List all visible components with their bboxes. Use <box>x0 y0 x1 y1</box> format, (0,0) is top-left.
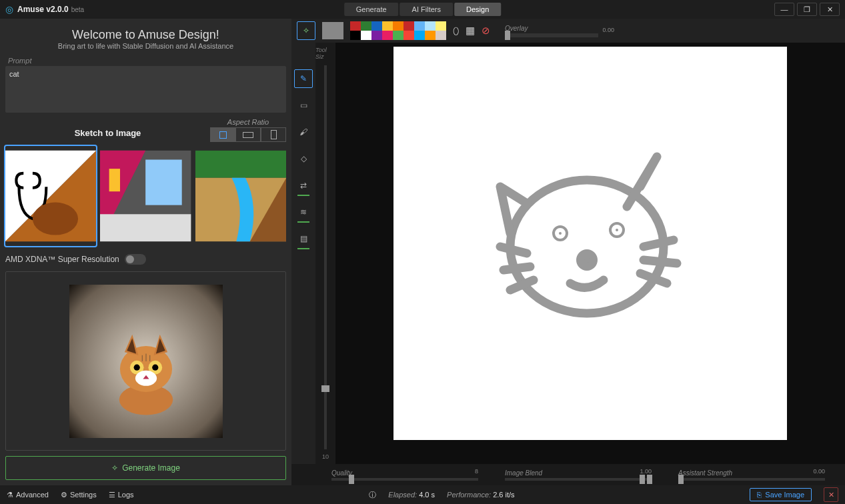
mode-thumb-segment[interactable] <box>100 146 191 246</box>
color-swatch[interactable] <box>350 31 361 40</box>
quality-slider[interactable] <box>331 478 478 481</box>
wand-icon: ✧ <box>111 463 118 473</box>
svg-line-30 <box>500 247 527 253</box>
aspect-square-button[interactable] <box>210 127 235 142</box>
app-logo-icon: ◎ <box>5 4 13 15</box>
advanced-link[interactable]: ⚗Advanced <box>7 491 49 499</box>
tool-size-column: Tool Siz 10 <box>315 43 335 464</box>
color-swatch[interactable] <box>361 31 371 40</box>
color-swatch[interactable] <box>403 31 414 40</box>
color-swatch[interactable] <box>382 31 393 40</box>
canvas-toolbar: ✧ ⬯ ▦ ⊘ Overlay 0.00 <box>291 19 845 43</box>
tool-column: ✎ ▭ 🖌 ◇ ⇄ ≋ ▤ <box>291 43 315 464</box>
svg-rect-5 <box>109 169 120 191</box>
svg-point-29 <box>583 256 591 264</box>
svg-point-27 <box>559 232 562 235</box>
save-icon: ⎘ <box>757 491 762 499</box>
color-swatch[interactable] <box>414 31 425 40</box>
assist-value: 0.00 <box>813 468 825 475</box>
assist-slider[interactable] <box>678 478 825 481</box>
svg-rect-8 <box>195 151 286 178</box>
current-color-swatch[interactable] <box>322 22 343 39</box>
blend-slider[interactable] <box>505 478 652 481</box>
shuffle-tool[interactable]: ⇄ <box>294 176 313 195</box>
clear-icon[interactable]: ⊘ <box>482 25 490 37</box>
delete-button[interactable]: ✕ <box>824 487 838 502</box>
mode-thumb-landscape[interactable] <box>195 146 286 246</box>
tab-design[interactable]: Design <box>454 3 501 16</box>
color-swatch[interactable] <box>436 31 446 40</box>
right-panel: ✧ ⬯ ▦ ⊘ Overlay 0.00 ✎ ▭ <box>291 19 845 485</box>
color-swatch[interactable] <box>425 21 436 31</box>
drawing-canvas[interactable] <box>393 47 787 440</box>
brush-tool[interactable]: 🖌 <box>294 123 313 141</box>
color-swatch[interactable] <box>393 21 403 31</box>
tab-generate[interactable]: Generate <box>344 3 399 16</box>
color-swatch[interactable] <box>371 21 382 31</box>
settings-link[interactable]: ⚙Settings <box>61 491 97 499</box>
overlay-slider[interactable]: 0.00 <box>505 33 598 37</box>
svg-point-21 <box>152 364 158 370</box>
maximize-button[interactable]: ❐ <box>797 3 817 16</box>
layers-tool[interactable]: ▤ <box>294 229 313 248</box>
color-swatch[interactable] <box>425 31 436 40</box>
tab-ai-filters[interactable]: AI Filters <box>400 3 453 16</box>
svg-rect-7 <box>100 214 191 241</box>
generate-button[interactable]: ✧ Generate Image <box>5 456 286 480</box>
aspect-landscape-button[interactable] <box>235 127 261 142</box>
blend-value: 1.00 <box>640 468 652 475</box>
welcome-sub: Bring art to life with Stable Diffusion … <box>5 42 286 50</box>
svg-point-28 <box>616 229 618 231</box>
overlay-label: Overlay <box>505 25 598 32</box>
color-swatch[interactable] <box>371 31 382 40</box>
color-swatch[interactable] <box>350 21 361 31</box>
fill-icon[interactable]: ⬯ <box>453 25 459 37</box>
svg-line-31 <box>504 267 530 270</box>
enhance-tool[interactable]: ≋ <box>294 203 313 221</box>
svg-line-35 <box>640 273 667 283</box>
pencil-tool[interactable]: ✎ <box>294 69 313 88</box>
aspect-ratio-label: Aspect Ratio <box>227 118 269 126</box>
color-swatch[interactable] <box>436 21 446 31</box>
svg-line-34 <box>644 260 677 263</box>
color-swatch[interactable] <box>403 21 414 31</box>
tool-size-slider[interactable] <box>324 65 327 449</box>
assist-label: Assistant Strength <box>678 469 825 477</box>
bottom-sliders: Quality 8 Image Blend 1.00 Assistant Str… <box>291 464 845 485</box>
welcome-heading: Welcome to Amuse Design! <box>5 28 286 42</box>
fill-tool[interactable]: ▭ <box>294 96 313 115</box>
info-icon[interactable]: ⓘ <box>369 490 376 500</box>
svg-point-2 <box>33 203 78 235</box>
tool-size-label: Tool Siz <box>315 47 335 60</box>
logs-link[interactable]: ☰Logs <box>109 491 134 499</box>
auto-generate-toggle[interactable]: ✧ <box>297 21 315 40</box>
beta-tag: beta <box>71 6 84 13</box>
color-swatch[interactable] <box>393 31 403 40</box>
mode-label: Sketch to Image <box>5 128 210 142</box>
close-button[interactable]: ✕ <box>820 3 840 16</box>
mode-thumb-sketch[interactable] <box>5 146 96 246</box>
canvas-area <box>335 43 845 464</box>
overlay-value: 0.00 <box>602 27 614 33</box>
svg-rect-6 <box>145 159 182 205</box>
minimize-button[interactable]: — <box>774 3 794 16</box>
svg-line-33 <box>644 240 674 247</box>
aspect-portrait-button[interactable] <box>261 127 286 142</box>
eraser-tool[interactable]: ◇ <box>294 149 313 168</box>
image-icon[interactable]: ▦ <box>466 25 475 37</box>
flask-icon: ⚗ <box>7 491 13 499</box>
svg-point-19 <box>133 364 139 370</box>
save-image-button[interactable]: ⎘Save Image <box>750 488 812 501</box>
title-bar: ◎ Amuse v2.0.0 beta Generate AI Filters … <box>0 0 845 19</box>
color-palette <box>350 21 446 40</box>
result-image <box>69 285 223 438</box>
color-swatch[interactable] <box>414 21 425 31</box>
performance-metric: Performance: 2.6 it/s <box>447 491 515 499</box>
elapsed-metric: Elapsed: 4.0 s <box>388 491 435 499</box>
prompt-input[interactable]: cat <box>9 70 282 109</box>
color-swatch[interactable] <box>382 21 393 31</box>
color-swatch[interactable] <box>361 21 371 31</box>
blend-label: Image Blend <box>505 469 652 477</box>
prompt-box[interactable]: cat <box>5 66 286 113</box>
super-resolution-toggle[interactable] <box>125 254 146 265</box>
